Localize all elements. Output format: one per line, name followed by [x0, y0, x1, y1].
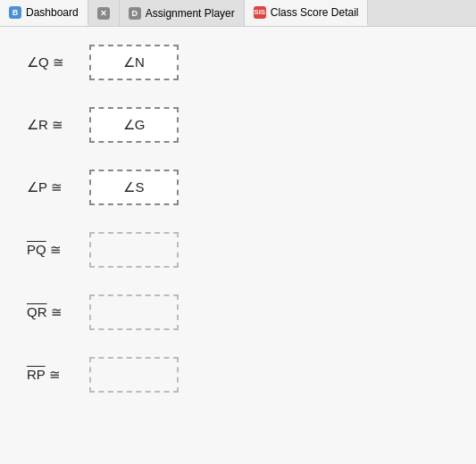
answer-box-4[interactable] — [89, 232, 179, 268]
equation-row-4: PQ ≅ — [27, 232, 449, 268]
tab-close-btn[interactable]: ✕ — [88, 0, 120, 26]
answer-box-2[interactable]: ∠G — [89, 107, 179, 143]
tab-bar: B Dashboard ✕ D Assignment Player SIS Cl… — [0, 0, 476, 27]
answer-box-6[interactable] — [89, 357, 179, 393]
tab-assignment-player[interactable]: D Assignment Player — [120, 0, 245, 26]
tab-dashboard-label: Dashboard — [26, 6, 79, 19]
close-icon: ✕ — [97, 7, 110, 20]
equation-row-2: ∠R ≅ ∠G — [27, 107, 449, 143]
tab-assignment-player-label: Assignment Player — [146, 7, 235, 20]
answer-box-5[interactable] — [89, 294, 179, 330]
main-content: ∠Q ≅ ∠N ∠R ≅ ∠G ∠P ≅ ∠S PQ ≅ QR ≅ RP ≅ — [0, 27, 476, 464]
label-1: ∠Q ≅ — [27, 54, 89, 70]
equation-row-3: ∠P ≅ ∠S — [27, 170, 449, 205]
answer-box-1[interactable]: ∠N — [89, 45, 179, 80]
label-5: QR ≅ — [27, 304, 89, 320]
tab-dashboard[interactable]: B Dashboard — [0, 0, 88, 26]
label-6: RP ≅ — [27, 367, 89, 383]
tab-class-score-detail[interactable]: SIS Class Score Detail — [245, 0, 369, 26]
sis-icon: SIS — [254, 6, 266, 19]
answer-box-3[interactable]: ∠S — [89, 170, 179, 205]
label-4: PQ ≅ — [27, 242, 89, 258]
label-3: ∠P ≅ — [27, 179, 89, 195]
equation-row-6: RP ≅ — [27, 357, 449, 393]
assignment-player-icon: D — [129, 7, 141, 20]
dashboard-icon: B — [9, 6, 21, 19]
equation-row-1: ∠Q ≅ ∠N — [27, 45, 449, 80]
tab-class-score-detail-label: Class Score Detail — [271, 6, 359, 19]
equation-row-5: QR ≅ — [27, 294, 449, 330]
label-2: ∠R ≅ — [27, 117, 89, 133]
